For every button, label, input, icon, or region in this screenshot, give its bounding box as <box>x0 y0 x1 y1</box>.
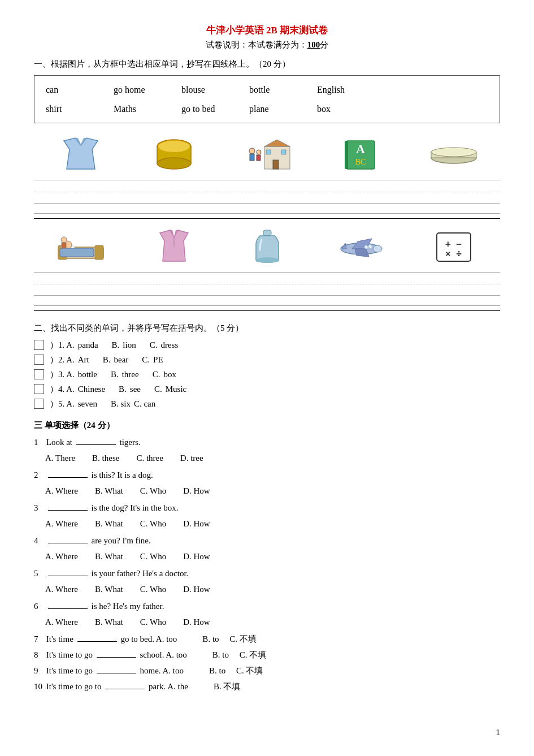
s3-q5-blank[interactable] <box>48 576 88 576</box>
svg-rect-8 <box>273 160 279 169</box>
svg-rect-27 <box>60 248 94 257</box>
s3-q5-num: 5 <box>34 567 44 580</box>
s3-q6-answers: A. Where B. What C. Who D. How <box>45 615 500 629</box>
s3-q9-text-after: home. A. too B. to C. 不填 <box>138 666 263 675</box>
s3-q2-blank[interactable] <box>48 477 88 478</box>
s3-q10-blank[interactable] <box>105 689 145 689</box>
q4-b-label: B. <box>119 382 127 396</box>
s3-q8-blank[interactable] <box>97 657 136 658</box>
s3-q3-blank[interactable] <box>48 510 88 511</box>
q2-b: bear <box>114 353 129 366</box>
section2-header: 二、找出不同类的单词，并将序号写在括号内。（5 分） <box>34 321 500 335</box>
s3-q3-text-after: is the dog? It's in the box. <box>89 503 179 512</box>
word-can: can <box>46 83 91 97</box>
s3-q5-b: B. What <box>95 582 123 596</box>
q3-num: ）3. A. <box>50 368 75 381</box>
blouse-image <box>143 224 205 270</box>
s3-q2-num: 2 <box>34 468 44 482</box>
s3-q2-b: B. What <box>95 484 123 498</box>
q3-b: three <box>122 368 139 381</box>
subtitle: 试卷说明：本试卷满分为：100分 <box>34 38 500 51</box>
tray-image <box>423 132 485 178</box>
svg-point-40 <box>364 245 368 249</box>
word-go-to-bed: go to bed <box>181 102 227 116</box>
english-book-image: A BC <box>329 132 392 178</box>
svg-text:A: A <box>356 142 365 156</box>
s3-q4-a: A. Where <box>45 550 78 563</box>
s3-q6-c: C. Who <box>140 615 166 629</box>
svg-point-34 <box>256 257 279 263</box>
word-shirt: shirt <box>46 102 91 116</box>
s3-q8-num: 8 <box>34 648 44 662</box>
svg-rect-18 <box>345 141 348 169</box>
q2-c: PE <box>153 353 163 366</box>
bracket-3[interactable] <box>34 369 44 379</box>
s3-q6-b: B. What <box>95 615 123 629</box>
q2-b-label: B. <box>103 353 111 366</box>
s3-q5-a: A. Where <box>45 582 78 596</box>
svg-rect-10 <box>281 150 286 154</box>
writing-area-1[interactable] <box>34 180 500 214</box>
q4-num: ）4. A. <box>50 382 75 396</box>
s3-q4-d: D. How <box>183 550 210 563</box>
q3-a: bottle <box>78 368 97 381</box>
s3-q7-text-after: go to bed. A. too B. to C. 不填 <box>119 634 257 643</box>
s3-q5-answers: A. Where B. What C. Who D. How <box>45 582 500 596</box>
word-go-home: go home <box>114 83 159 97</box>
s3-q4: 4 are you? I'm fine. <box>34 534 500 547</box>
q1-a: panda <box>78 338 98 352</box>
s3-q6-blank[interactable] <box>48 608 88 609</box>
svg-point-41 <box>368 245 372 248</box>
mc-row-4: ）4. A. Chinese B. see C. Music <box>34 382 500 396</box>
word-box: box <box>317 102 362 116</box>
s3-q5-text-after: is your father? He's a doctor. <box>89 569 189 578</box>
q5-num: ）5. A. <box>50 397 75 411</box>
svg-point-5 <box>158 141 190 152</box>
svg-rect-24 <box>95 245 103 260</box>
s3-q10-text-after: park. A. the B. 不填 <box>146 682 240 691</box>
writing-area-2[interactable] <box>34 272 500 306</box>
bracket-1[interactable] <box>34 340 44 350</box>
s3-q2-d: D. How <box>183 484 210 498</box>
word-blouse: blouse <box>181 83 227 97</box>
bracket-2[interactable] <box>34 355 44 365</box>
s3-q9-blank[interactable] <box>97 673 136 673</box>
q5-b-label: B. six <box>111 397 131 411</box>
mc-row-2: ）2. A. Art B. bear C. PE <box>34 353 500 366</box>
word-row-1: can go home blouse bottle English <box>46 83 488 97</box>
s3-q8: 8 It's time to go school. A. too B. to C… <box>34 648 500 662</box>
divider-1 <box>34 218 500 219</box>
section2-questions: ）1. A. panda B. lion C. dress ）2. A. Art… <box>34 338 500 411</box>
s3-q9: 9 It's time to go home. A. too B. to C. … <box>34 664 500 677</box>
q1-b-label: B. <box>112 338 120 352</box>
s3-q6-num: 6 <box>34 599 44 613</box>
svg-rect-14 <box>257 155 261 161</box>
q4-a: Chinese <box>78 382 105 396</box>
maths-image: + − × ÷ <box>423 224 485 270</box>
q2-a: Art <box>78 353 89 366</box>
s3-q3-answers: A. Where B. What C. Who D. How <box>45 517 500 530</box>
divider-2 <box>34 310 500 311</box>
s3-q3-a: A. Where <box>45 517 78 530</box>
bracket-4[interactable] <box>34 384 44 394</box>
s3-q7-text: It's time <box>46 634 76 643</box>
mc-row-5: ）5. A. seven B. six C. can <box>34 397 500 411</box>
q5-c: C. can <box>134 397 155 411</box>
s3-q4-blank[interactable] <box>48 543 88 543</box>
s3-q1-b: B. these <box>92 451 119 465</box>
score-value: 100 <box>307 40 320 49</box>
section3-header: 三 单项选择（24 分） <box>34 418 500 432</box>
s3-q7-num: 7 <box>34 632 44 646</box>
q3-c-label: C. <box>153 368 160 381</box>
s3-q2-text-after: is this? It is a dog. <box>89 470 153 479</box>
s3-q3-c: C. Who <box>140 517 166 530</box>
q5-a: seven <box>78 397 97 411</box>
s3-q7-blank[interactable] <box>77 641 117 642</box>
s3-q1-blank[interactable] <box>76 444 116 445</box>
s3-q2-answers: A. Where B. What C. Who D. How <box>45 484 500 498</box>
title-section: 牛津小学英语 2B 期末测试卷 试卷说明：本试卷满分为：100分 <box>34 23 500 51</box>
svg-point-11 <box>249 148 255 154</box>
s3-q8-text-after: school. A. too B. to C. 不填 <box>138 650 267 659</box>
bracket-5[interactable] <box>34 399 44 409</box>
word-bottle: bottle <box>249 83 294 97</box>
